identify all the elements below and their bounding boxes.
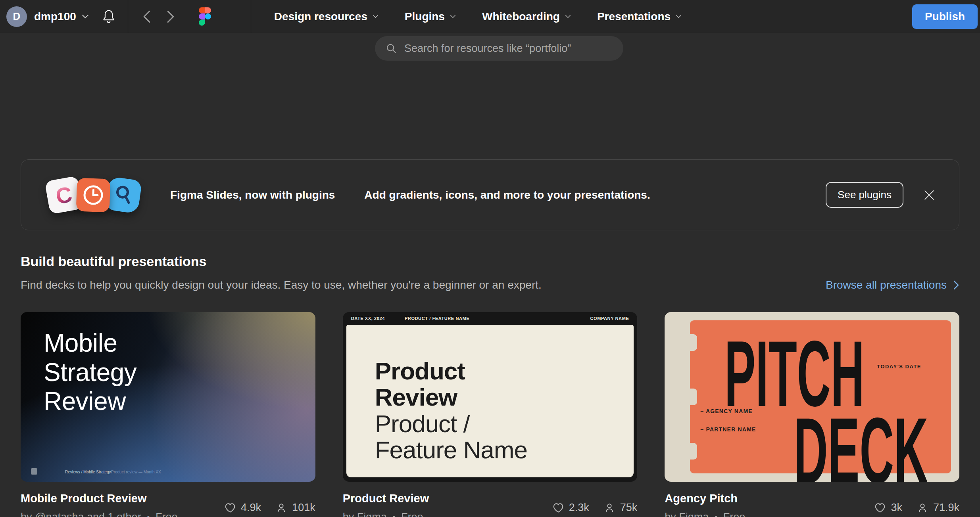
team-name: dmp100 bbox=[34, 10, 76, 23]
card-price: Free bbox=[156, 511, 178, 517]
user-icon bbox=[603, 502, 615, 514]
dot-separator: • bbox=[393, 513, 395, 517]
chevron-right-icon bbox=[953, 280, 959, 290]
browse-all-presentations-link[interactable]: Browse all presentations bbox=[826, 279, 959, 291]
dot-separator: • bbox=[715, 513, 717, 517]
slide-footer-right: Product review — Month XX bbox=[111, 470, 161, 474]
likes-count: 3k bbox=[891, 502, 902, 514]
forward-button[interactable] bbox=[166, 10, 175, 23]
c-letter-glyph: C bbox=[54, 181, 74, 209]
bell-icon bbox=[102, 9, 116, 24]
close-banner-button[interactable] bbox=[922, 188, 936, 202]
nav-label: Plugins bbox=[405, 10, 445, 23]
close-icon bbox=[922, 188, 936, 202]
slide-title-deck: DECK bbox=[794, 404, 928, 482]
card-price: Free bbox=[401, 511, 423, 517]
topbar-divider bbox=[128, 0, 128, 33]
card-title[interactable]: Agency Pitch bbox=[665, 492, 745, 505]
chevron-left-icon bbox=[142, 10, 151, 23]
card-meta: Mobile Product Review by @natasha and 1 … bbox=[21, 492, 315, 517]
users-stat: 101k bbox=[275, 502, 315, 514]
card-title[interactable]: Mobile Product Review bbox=[21, 492, 177, 505]
card-meta: Product Review by Figma • Free 2.3k bbox=[343, 492, 638, 517]
slide-footer-left: Reviews / Mobile Strategy bbox=[65, 470, 111, 474]
resource-card-product-review: DATE XX, 2024 PRODUCT / FEATURE NAME COM… bbox=[343, 312, 638, 517]
publish-button[interactable]: Publish bbox=[912, 4, 978, 29]
users-stat: 71.9k bbox=[917, 502, 959, 514]
nav-label: Presentations bbox=[597, 10, 671, 23]
back-button[interactable] bbox=[142, 10, 151, 23]
banner-subtitle: Add gradients, icons, and more to your p… bbox=[364, 189, 650, 201]
card-thumbnail[interactable]: PITCH DECK TODAY'S DATE – AGENCY NAME – … bbox=[665, 312, 959, 482]
users-stat: 75k bbox=[603, 502, 638, 514]
slide-logo-mark bbox=[31, 468, 37, 475]
nav-presentations[interactable]: Presentations bbox=[597, 10, 682, 23]
slide-title: Product Review Product / Feature Name bbox=[375, 358, 527, 463]
card-author[interactable]: by Figma bbox=[665, 511, 709, 517]
binder-tab bbox=[680, 334, 697, 351]
plugin-app-icons: C bbox=[47, 170, 147, 220]
card-byline: by @natasha and 1 other • Free bbox=[21, 511, 177, 517]
users-count: 75k bbox=[620, 502, 638, 514]
users-count: 101k bbox=[292, 502, 315, 514]
card-byline: by Figma • Free bbox=[343, 511, 429, 517]
card-author[interactable]: by Figma bbox=[343, 511, 387, 517]
resource-card-agency-pitch: PITCH DECK TODAY'S DATE – AGENCY NAME – … bbox=[665, 312, 959, 517]
heart-icon bbox=[874, 502, 886, 513]
clock-plugin-app-icon bbox=[76, 178, 111, 212]
slide-top-strip: DATE XX, 2024 PRODUCT / FEATURE NAME COM… bbox=[343, 312, 638, 324]
banner-title: Figma Slides, now with plugins bbox=[170, 189, 335, 201]
figma-community-page: D dmp100 bbox=[0, 0, 980, 517]
card-thumbnail[interactable]: DATE XX, 2024 PRODUCT / FEATURE NAME COM… bbox=[343, 312, 638, 482]
section-subtitle: Find decks to help you quickly design ou… bbox=[21, 279, 542, 291]
dot-separator: • bbox=[147, 513, 150, 517]
user-icon bbox=[275, 502, 287, 514]
slide-body: Product Review Product / Feature Name bbox=[346, 325, 634, 477]
card-meta: Agency Pitch by Figma • Free 3k bbox=[665, 492, 959, 517]
nav-design-resources[interactable]: Design resources bbox=[274, 10, 379, 23]
nav-whiteboarding[interactable]: Whiteboarding bbox=[482, 10, 571, 23]
card-price: Free bbox=[723, 511, 746, 517]
search-bar[interactable] bbox=[375, 36, 623, 61]
resource-card-mobile-product-review: Mobile Strategy Review Reviews / Mobile … bbox=[21, 312, 315, 517]
card-stats: 3k 71.9k bbox=[874, 502, 959, 514]
chevron-down-icon bbox=[82, 14, 89, 19]
slide-title: Mobile Strategy Review bbox=[44, 329, 136, 416]
chevron-down-icon bbox=[676, 15, 682, 18]
slide-date: TODAY'S DATE bbox=[877, 364, 921, 370]
likes-count: 2.3k bbox=[569, 502, 589, 514]
search-icon bbox=[385, 42, 397, 54]
figma-logo[interactable] bbox=[199, 7, 211, 26]
card-thumbnail[interactable]: Mobile Strategy Review Reviews / Mobile … bbox=[21, 312, 315, 482]
presentation-cards: Mobile Strategy Review Reviews / Mobile … bbox=[21, 312, 959, 517]
nav-label: Design resources bbox=[274, 10, 367, 23]
card-stats: 4.9k 101k bbox=[224, 502, 315, 514]
likes-count: 4.9k bbox=[241, 502, 261, 514]
user-icon bbox=[917, 502, 928, 514]
users-count: 71.9k bbox=[933, 502, 959, 514]
likes-stat: 2.3k bbox=[552, 502, 589, 514]
heart-icon bbox=[552, 502, 564, 513]
see-plugins-button[interactable]: See plugins bbox=[826, 182, 903, 208]
chevron-down-icon bbox=[373, 15, 379, 18]
promo-banner: C Figma Slides, now with plugins Add gra… bbox=[21, 159, 959, 230]
magnifier-icon bbox=[111, 182, 135, 207]
slide-names-list: – AGENCY NAME – PARTNER NAME bbox=[700, 408, 756, 444]
card-author[interactable]: by @natasha and 1 other bbox=[21, 511, 141, 517]
slide-date: DATE XX, 2024 bbox=[351, 316, 385, 321]
team-switcher[interactable]: dmp100 bbox=[34, 10, 89, 23]
browse-link-label: Browse all presentations bbox=[826, 279, 947, 291]
avatar-initial: D bbox=[13, 10, 21, 23]
likes-stat: 3k bbox=[874, 502, 902, 514]
notifications-button[interactable] bbox=[102, 9, 116, 24]
search-plugin-app-icon bbox=[105, 176, 142, 214]
nav-label: Whiteboarding bbox=[482, 10, 560, 23]
nav-plugins[interactable]: Plugins bbox=[405, 10, 456, 23]
search-input[interactable] bbox=[404, 42, 613, 55]
chevron-down-icon bbox=[565, 15, 571, 18]
avatar[interactable]: D bbox=[6, 6, 27, 27]
likes-stat: 4.9k bbox=[224, 502, 261, 514]
card-title[interactable]: Product Review bbox=[343, 492, 429, 505]
topbar-divider bbox=[251, 0, 251, 33]
clock-icon bbox=[81, 183, 105, 207]
